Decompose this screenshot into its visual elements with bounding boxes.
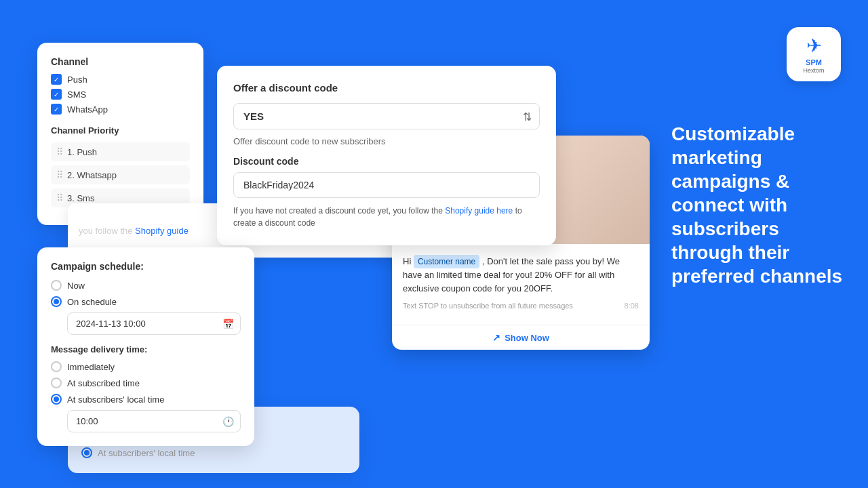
guide-text: If you have not created a discount code … xyxy=(233,205,540,229)
clock-icon: 🕐 xyxy=(222,416,234,427)
yes-no-select[interactable]: YES NO xyxy=(233,103,540,129)
local-time-label: At subscribers' local time xyxy=(67,394,164,405)
hi-text: Hi xyxy=(403,256,411,266)
hero-text: Customizable marketing campaigns & conne… xyxy=(671,122,848,288)
whatsapp-label: WhatsApp xyxy=(67,104,108,115)
on-schedule-label: On schedule xyxy=(67,297,117,307)
channel-push[interactable]: ✓ Push xyxy=(51,74,190,85)
spm-label: SPM xyxy=(806,58,822,67)
push-checkbox[interactable]: ✓ xyxy=(51,74,62,85)
drag-handle-push[interactable]: ⠿ xyxy=(56,146,62,157)
preview-body: Hi Customer name , Don't let the sale pa… xyxy=(392,244,650,325)
show-now-button[interactable]: ↗ Show Now xyxy=(392,325,650,350)
priority-section: Channel Priority ⠿ 1. Push ⠿ 2. Whatsapp… xyxy=(51,125,190,207)
immediately-option[interactable]: Immediately xyxy=(51,361,241,372)
on-schedule-option[interactable]: On schedule xyxy=(51,296,241,307)
now-label: Now xyxy=(67,281,85,291)
at-subscribed-radio[interactable] xyxy=(51,378,62,388)
whatsapp-checkbox[interactable]: ✓ xyxy=(51,104,62,115)
priority-whatsapp[interactable]: ⠿ 2. Whatsapp xyxy=(51,165,190,184)
spm-logo: ✈ SPM Hextom xyxy=(787,27,841,81)
guide-prefix: If you have not created a discount code … xyxy=(233,206,443,216)
time-input[interactable] xyxy=(67,410,241,432)
channel-whatsapp[interactable]: ✓ WhatsApp xyxy=(51,104,190,115)
sms-label: SMS xyxy=(67,89,86,100)
discount-card: Offer a discount code YES NO ⇅ Offer dis… xyxy=(217,66,556,245)
discount-title: Offer a discount code xyxy=(233,82,540,94)
channel-title: Channel xyxy=(51,56,190,67)
now-radio[interactable] xyxy=(51,280,62,291)
preview-timestamp: 8:08 xyxy=(625,302,639,310)
priority-push-label: 1. Push xyxy=(67,147,97,157)
push-label: Push xyxy=(67,75,87,85)
date-input[interactable] xyxy=(67,312,241,335)
bg-card-text: you follow the Shopify guide xyxy=(79,226,189,236)
calendar-icon: 📅 xyxy=(222,319,234,329)
show-now-label: Show Now xyxy=(505,333,549,343)
drag-handle-whatsapp[interactable]: ⠿ xyxy=(56,169,62,180)
plane-icon: ✈ xyxy=(806,35,822,57)
at-subscribed-label: At subscribed time xyxy=(67,378,140,388)
date-wrapper: 📅 xyxy=(67,312,241,335)
priority-push[interactable]: ⠿ 1. Push xyxy=(51,142,190,161)
local-time-option[interactable]: At subscribers' local time xyxy=(51,394,241,405)
brand-label: Hextom xyxy=(803,67,824,75)
sms-checkbox[interactable]: ✓ xyxy=(51,89,62,100)
code-label: Discount code xyxy=(233,156,540,167)
time-wrapper: 🕐 xyxy=(67,410,241,432)
yes-no-select-wrapper: YES NO ⇅ xyxy=(233,103,540,129)
now-option[interactable]: Now xyxy=(51,280,241,291)
priority-title: Channel Priority xyxy=(51,125,190,136)
priority-whatsapp-label: 2. Whatsapp xyxy=(67,170,117,180)
channel-card: Channel ✓ Push ✓ SMS ✓ WhatsApp Channel … xyxy=(37,43,203,225)
bottom-local-time: At subscribers' local time xyxy=(81,447,346,458)
bottom-local-time-radio[interactable] xyxy=(81,447,92,458)
immediately-radio[interactable] xyxy=(51,361,62,372)
discount-sub-label: Offer discount code to new subscribers xyxy=(233,136,540,146)
immediately-label: Immediately xyxy=(67,362,115,372)
schedule-title: Campaign schedule: xyxy=(51,261,241,272)
schedule-card: Campaign schedule: Now On schedule 📅 Mes… xyxy=(37,247,254,446)
at-subscribed-option[interactable]: At subscribed time xyxy=(51,378,241,388)
bottom-local-time-label: At subscribers' local time xyxy=(98,448,195,458)
channel-sms[interactable]: ✓ SMS xyxy=(51,89,190,100)
preview-footer: Text STOP to unsubscribe from all future… xyxy=(403,302,573,310)
preview-message: Hi Customer name , Don't let the sale pa… xyxy=(403,255,639,295)
on-schedule-radio[interactable] xyxy=(51,296,62,307)
delivery-title: Message delivery time: xyxy=(51,344,241,354)
local-time-radio[interactable] xyxy=(51,394,62,405)
priority-sms-label: 3. Sms xyxy=(67,193,94,203)
discount-code-input[interactable] xyxy=(233,172,540,198)
customer-name-tag: Customer name xyxy=(414,255,479,268)
bg-shopify-link[interactable]: Shopify guide xyxy=(135,226,189,236)
shopify-guide-link[interactable]: Shopify guide here xyxy=(445,206,513,216)
external-link-icon: ↗ xyxy=(492,332,500,343)
drag-handle-sms[interactable]: ⠿ xyxy=(56,192,62,203)
